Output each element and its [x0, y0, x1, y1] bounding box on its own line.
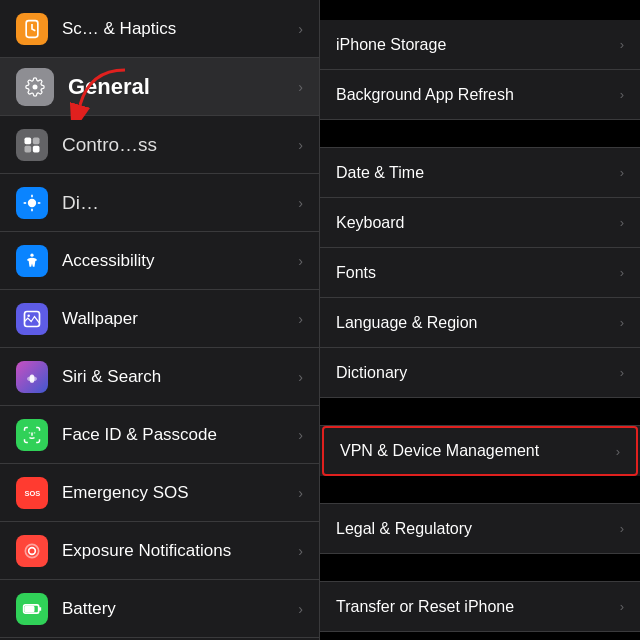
legal-label: Legal & Regulatory [336, 520, 614, 538]
fonts-label: Fonts [336, 264, 614, 282]
chevron-icon: › [620, 37, 624, 52]
chevron-icon: › [298, 485, 303, 501]
top-spacer [320, 0, 640, 20]
sidebar-item-general[interactable]: General › [0, 58, 319, 116]
chevron-icon: › [620, 521, 624, 536]
chevron-icon: › [298, 543, 303, 559]
transfer-reset-label: Transfer or Reset iPhone [336, 598, 614, 616]
accessibility-label: Accessibility [62, 251, 292, 271]
chevron-icon: › [298, 137, 303, 153]
svg-point-14 [27, 314, 30, 317]
section-vpn: VPN & Device Management › [320, 426, 640, 476]
wallpaper-label: Wallpaper [62, 309, 292, 329]
chevron-icon: › [298, 253, 303, 269]
control-center-label: Contro…ss [62, 134, 292, 156]
svg-point-12 [30, 253, 33, 256]
row-iphone-storage[interactable]: iPhone Storage › [320, 20, 640, 70]
chevron-icon: › [298, 21, 303, 37]
svg-point-7 [28, 198, 36, 206]
keyboard-label: Keyboard [336, 214, 614, 232]
svg-rect-3 [25, 137, 32, 144]
svg-rect-6 [33, 145, 40, 152]
screen-time-icon [16, 13, 48, 45]
chevron-icon: › [298, 369, 303, 385]
row-background-refresh[interactable]: Background App Refresh › [320, 70, 640, 120]
chevron-icon: › [298, 601, 303, 617]
chevron-icon: › [620, 265, 624, 280]
emergency-sos-label: Emergency SOS [62, 483, 292, 503]
svg-point-16 [27, 376, 37, 381]
svg-rect-4 [33, 137, 40, 144]
wallpaper-icon [16, 303, 48, 335]
sidebar-item-emergency-sos[interactable]: SOS Emergency SOS › [0, 464, 319, 522]
general-label: General [68, 74, 292, 100]
chevron-icon: › [620, 365, 624, 380]
svg-point-19 [25, 544, 38, 557]
section-legal: Legal & Regulatory › [320, 504, 640, 554]
iphone-storage-label: iPhone Storage [336, 36, 614, 54]
display-icon [16, 187, 48, 219]
chevron-icon: › [298, 195, 303, 211]
accessibility-icon [16, 245, 48, 277]
control-center-icon [16, 129, 48, 161]
row-transfer-reset[interactable]: Transfer or Reset iPhone › [320, 582, 640, 632]
left-panel: Sc… & Haptics › General › Contro…ss › [0, 0, 320, 640]
exposure-icon [16, 535, 48, 567]
section-locale: Date & Time › Keyboard › Fonts › Languag… [320, 148, 640, 398]
section-gap-5 [320, 632, 640, 640]
date-time-label: Date & Time [336, 164, 614, 182]
chevron-icon: › [298, 427, 303, 443]
chevron-icon: › [616, 444, 620, 459]
face-id-label: Face ID & Passcode [62, 425, 292, 445]
row-legal[interactable]: Legal & Regulatory › [320, 504, 640, 554]
sidebar-item-wallpaper[interactable]: Wallpaper › [0, 290, 319, 348]
siri-search-label: Siri & Search [62, 367, 292, 387]
face-id-icon [16, 419, 48, 451]
chevron-icon: › [298, 79, 303, 95]
sidebar-item-accessibility[interactable]: Accessibility › [0, 232, 319, 290]
sidebar-item-battery[interactable]: Battery › [0, 580, 319, 638]
chevron-icon: › [620, 599, 624, 614]
sidebar-item-exposure[interactable]: Exposure Notifications › [0, 522, 319, 580]
row-dictionary[interactable]: Dictionary › [320, 348, 640, 398]
svg-rect-21 [25, 606, 33, 611]
sidebar-item-control-center[interactable]: Contro…ss › [0, 116, 319, 174]
dictionary-label: Dictionary [336, 364, 614, 382]
sidebar-item-face-id[interactable]: Face ID & Passcode › [0, 406, 319, 464]
exposure-label: Exposure Notifications [62, 541, 292, 561]
emergency-sos-icon: SOS [16, 477, 48, 509]
screen-time-label: Sc… & Haptics [62, 19, 292, 39]
section-gap-1 [320, 120, 640, 148]
sidebar-item-siri-search[interactable]: Siri & Search › [0, 348, 319, 406]
vpn-label: VPN & Device Management [340, 442, 610, 460]
display-label: Di… [62, 192, 292, 214]
background-refresh-label: Background App Refresh [336, 86, 614, 104]
row-date-time[interactable]: Date & Time › [320, 148, 640, 198]
sidebar-item-display[interactable]: Di… › [0, 174, 319, 232]
row-language-region[interactable]: Language & Region › [320, 298, 640, 348]
battery-icon [16, 593, 48, 625]
section-storage: iPhone Storage › Background App Refresh … [320, 20, 640, 120]
sidebar-item-screen-time[interactable]: Sc… & Haptics › [0, 0, 319, 58]
section-gap-2 [320, 398, 640, 426]
svg-point-18 [29, 547, 36, 554]
chevron-icon: › [620, 87, 624, 102]
svg-rect-5 [25, 145, 32, 152]
row-vpn[interactable]: VPN & Device Management › [322, 426, 638, 476]
row-fonts[interactable]: Fonts › [320, 248, 640, 298]
right-panel: iPhone Storage › Background App Refresh … [320, 0, 640, 640]
section-gap-3 [320, 476, 640, 504]
chevron-icon: › [620, 165, 624, 180]
section-transfer: Transfer or Reset iPhone › [320, 582, 640, 632]
svg-text:SOS: SOS [25, 489, 41, 498]
chevron-icon: › [620, 315, 624, 330]
chevron-icon: › [298, 311, 303, 327]
language-region-label: Language & Region [336, 314, 614, 332]
general-icon [16, 68, 54, 106]
battery-label: Battery [62, 599, 292, 619]
section-gap-4 [320, 554, 640, 582]
chevron-icon: › [620, 215, 624, 230]
siri-icon [16, 361, 48, 393]
svg-point-2 [33, 84, 38, 89]
row-keyboard[interactable]: Keyboard › [320, 198, 640, 248]
